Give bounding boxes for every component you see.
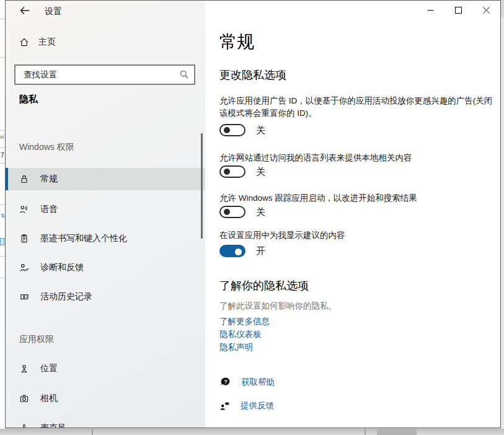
toggle-state-label: 开 (256, 245, 265, 257)
close-button[interactable] (472, 1, 500, 19)
svg-text:?: ? (224, 379, 228, 385)
divider (0, 256, 5, 257)
back-button[interactable] (15, 3, 34, 19)
divider (0, 163, 5, 164)
background-edge-right (501, 0, 504, 435)
screenshot-root: vi 7 ⇅ 设置 主页 (0, 0, 504, 435)
location-icon (19, 364, 29, 374)
close-icon (483, 7, 490, 14)
background-blue-box (0, 238, 4, 245)
toggle-knob (224, 127, 230, 133)
toggle-language-list[interactable] (219, 165, 245, 178)
link-learn-more[interactable]: 了解更多信息 (219, 315, 270, 327)
sidebar-item-home[interactable]: 主页 (19, 37, 56, 48)
divider (0, 278, 5, 278)
minimize-button[interactable] (417, 1, 444, 19)
divider (365, 429, 366, 435)
help-bubble-icon: ? (219, 377, 231, 388)
search-input[interactable] (14, 64, 195, 85)
section-heading-learn-privacy: 了解你的隐私选项 (219, 278, 309, 293)
sidebar-item-general[interactable]: 常规 (6, 168, 205, 190)
activity-history-icon (19, 292, 29, 302)
divider (0, 57, 5, 58)
toggle-knob (224, 209, 230, 215)
microphone-icon (19, 423, 29, 428)
setting-desc-language-list: 允许网站通过访问我的语言列表来提供本地相关内容 (219, 152, 500, 164)
setting-row: 开 (219, 245, 265, 257)
divider (0, 204, 5, 205)
toggle-state-label: 关 (256, 206, 265, 218)
background-window-sliver-left: vi 7 ⇅ (0, 0, 5, 435)
settings-window: 设置 主页 隐私 Windows 权限 常规 (5, 0, 501, 428)
main-content: 常规 更改隐私选项 允许应用使用广告 ID，以便基于你的应用活动投放你更感兴趣的… (205, 1, 500, 428)
toggle-state-label: 关 (256, 125, 265, 136)
category-title: 隐私 (19, 94, 38, 105)
toggle-app-launch-tracking[interactable] (219, 206, 245, 218)
setting-desc-app-launch-tracking: 允许 Windows 跟踪应用启动，以改进开始和搜索结果 (219, 192, 500, 204)
setting-desc-advertising-id: 允许应用使用广告 ID，以便基于你的应用活动投放你更感兴趣的广告(关闭该模式将会… (219, 95, 500, 120)
back-arrow-icon (19, 6, 30, 15)
toggle-advertising-id[interactable] (219, 124, 245, 136)
divider (0, 19, 5, 19)
sidebar-item-diagnostics-feedback[interactable]: 诊断和反馈 (6, 257, 205, 279)
background-patch (377, 429, 417, 435)
sidebar-item-speech[interactable]: 语音 (6, 198, 205, 221)
window-controls (417, 1, 500, 19)
background-text-fragment: 7 (1, 152, 4, 159)
diagnostics-icon (19, 263, 29, 273)
maximize-icon (455, 7, 462, 14)
divider (92, 429, 93, 435)
speech-icon (19, 204, 29, 214)
background-corner (501, 0, 504, 17)
sidebar: 设置 主页 隐私 Windows 权限 常规 (6, 1, 205, 428)
sidebar-item-inking-typing[interactable]: 墨迹书写和键入个性化 (6, 227, 205, 250)
sidebar-item-activity-history[interactable]: 活动历史记录 (6, 286, 205, 308)
page-title: 常规 (219, 30, 254, 54)
app-title: 设置 (45, 6, 62, 17)
toggle-suggested-content[interactable] (219, 245, 245, 257)
sidebar-item-location[interactable]: 位置 (6, 358, 205, 380)
link-privacy-statement[interactable]: 隐私声明 (219, 341, 253, 353)
toggle-knob (235, 248, 242, 255)
feedback-person-icon (219, 400, 231, 411)
divider (0, 130, 5, 131)
setting-row: 关 (219, 165, 265, 178)
sidebar-item-camera[interactable]: 相机 (6, 387, 205, 410)
give-feedback-link[interactable]: 提供反馈 (219, 400, 274, 411)
background-blue-glyph: ⇅ (1, 213, 4, 219)
toggle-knob (224, 169, 230, 175)
learn-privacy-desc: 了解此设置如何影响你的隐私。 (219, 301, 337, 312)
sidebar-scrollbar[interactable] (201, 133, 203, 239)
home-icon (19, 37, 29, 47)
lock-icon (19, 174, 29, 184)
selected-accent-bar (6, 168, 8, 190)
minimize-icon (427, 7, 434, 14)
inking-icon (19, 234, 29, 244)
maximize-button[interactable] (444, 1, 472, 19)
nav-group-windows-permissions: Windows 权限 (19, 142, 74, 153)
get-help-link[interactable]: ? 获取帮助 (219, 377, 275, 388)
sidebar-item-microphone[interactable]: 麦克风 (6, 417, 205, 428)
home-label: 主页 (38, 37, 56, 48)
background-text-fragment: vi (0, 134, 4, 140)
setting-desc-suggested-content: 在设置应用中为我显示建议的内容 (219, 229, 500, 242)
toggle-state-label: 关 (256, 166, 265, 178)
section-heading-change-privacy: 更改隐私选项 (219, 68, 286, 82)
divider (0, 147, 5, 148)
setting-row: 关 (219, 206, 265, 218)
desktop-background-bottom (0, 429, 504, 435)
search-icon[interactable] (179, 69, 189, 79)
search-box (14, 64, 195, 85)
link-privacy-dashboard[interactable]: 隐私仪表板 (219, 328, 262, 340)
setting-row: 关 (219, 124, 265, 136)
nav-group-app-permissions: 应用权限 (19, 334, 54, 345)
camera-icon (19, 393, 29, 403)
